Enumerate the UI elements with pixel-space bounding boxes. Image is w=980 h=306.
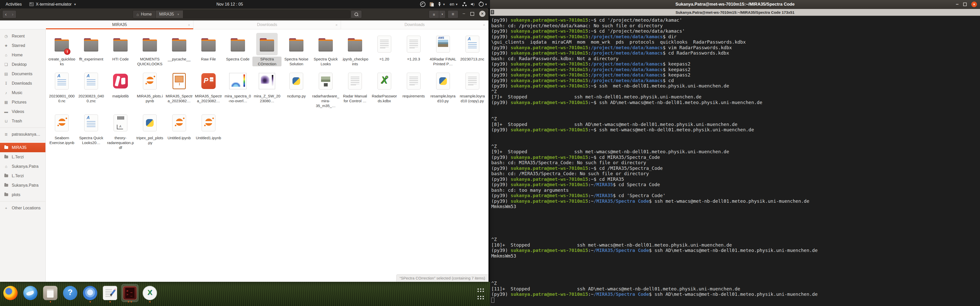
breadcrumb-current[interactable]: MIRA35 ▼ bbox=[156, 11, 183, 18]
file-item[interactable]: theory-radarequation.pdf bbox=[106, 112, 135, 150]
hamburger-menu-button[interactable]: ≡ bbox=[448, 10, 458, 18]
sidebar-item-recent[interactable]: ◷Recent bbox=[0, 32, 45, 41]
tab-close-icon[interactable]: × bbox=[335, 23, 338, 27]
file-item[interactable]: Spectra Code bbox=[223, 33, 252, 66]
file-item[interactable]: mira_Z_SW_2023080… bbox=[252, 70, 282, 108]
sidebar-item-music[interactable]: ♪Music bbox=[0, 88, 45, 97]
sidebar-item-videos[interactable]: ▬Videos bbox=[0, 107, 45, 116]
dock-firefox[interactable] bbox=[2, 284, 19, 302]
sidebar-item-documents[interactable]: ▤Documents bbox=[0, 69, 45, 79]
dock-web-browser[interactable] bbox=[82, 284, 99, 302]
folder-file-icon: ! bbox=[51, 33, 73, 55]
close-button[interactable]: × bbox=[971, 2, 977, 7]
file-item[interactable]: mira_spectra_0-no-overl… bbox=[223, 70, 252, 108]
file-item[interactable]: Spectra Noise Solution bbox=[282, 33, 311, 66]
sidebar-item-sukanya-patra[interactable]: Sukanya.Patra bbox=[0, 181, 45, 190]
file-item[interactable]: resampleJoyrad10 (copy).py bbox=[458, 70, 487, 108]
minimize-button[interactable]: − bbox=[463, 13, 465, 15]
sidebar-item-l-terzi[interactable]: L.Terzi bbox=[0, 171, 45, 181]
view-options-button[interactable]: ▼ bbox=[439, 11, 445, 18]
tab-downloads[interactable]: Downloads× bbox=[193, 21, 341, 29]
file-item[interactable]: matplotlib bbox=[106, 70, 135, 108]
list-view-button[interactable]: ≡ bbox=[429, 11, 439, 18]
sidebar-item-trash[interactable]: ⊔Trash bbox=[0, 116, 45, 126]
tab-downloads[interactable]: Downloads× bbox=[341, 21, 488, 29]
maximize-button[interactable] bbox=[470, 12, 474, 16]
file-item[interactable]: .ipynb_checkpoints bbox=[340, 33, 370, 66]
terminal-tab-label[interactable]: Sukanya.Patra@met-ws-7010m15:~/MIRA35/Sp… bbox=[676, 10, 794, 14]
sidebar-item-home[interactable]: ⌂Home bbox=[0, 50, 45, 60]
focused-app-menu[interactable]: X-terminal-emulator ▼ bbox=[29, 2, 76, 6]
tab-close-icon[interactable]: × bbox=[483, 23, 485, 27]
input-language-menu[interactable]: en▼ bbox=[450, 2, 458, 6]
sidebar-item-other-locations[interactable]: +Other Locations bbox=[0, 203, 45, 212]
dock-x2go[interactable] bbox=[142, 284, 158, 302]
file-item[interactable]: =1.20 bbox=[370, 33, 399, 66]
close-button[interactable]: × bbox=[479, 11, 485, 17]
file-item[interactable]: SPectra COrrection bbox=[252, 33, 282, 66]
file-item[interactable]: MIRA35_Spectra_2023082… bbox=[194, 70, 223, 108]
file-item[interactable]: 20230801_0000.nc bbox=[47, 70, 76, 108]
dock-terminal[interactable] bbox=[121, 284, 138, 302]
file-item[interactable]: tripex_pol_plots.py bbox=[135, 112, 165, 150]
forward-button[interactable]: › bbox=[9, 10, 16, 18]
file-item[interactable]: resampleJoyrad10.py bbox=[428, 70, 458, 108]
back-button[interactable]: ‹ bbox=[2, 10, 10, 18]
file-item[interactable]: radarhardware_mira-35_m35_… bbox=[311, 70, 340, 108]
dock-help[interactable] bbox=[62, 284, 79, 302]
file-item[interactable]: MIRA35_Spectra_2023082… bbox=[164, 70, 194, 108]
tab-mira35[interactable]: MIRA35× bbox=[46, 21, 193, 29]
file-item[interactable]: MIRA35_plots.ipynb bbox=[135, 70, 165, 108]
file-item[interactable]: RadarPasswords.kdbx bbox=[370, 70, 399, 108]
terminal-line: [10]+ Stopped ssh met-wmacs@met-nb-dell0… bbox=[491, 242, 980, 248]
network-indicator[interactable] bbox=[463, 2, 466, 6]
sidebar-item-downloads[interactable]: ↧Downloads bbox=[0, 79, 45, 88]
file-item[interactable]: Spectra Quick Looks20… bbox=[76, 112, 106, 150]
screencast-status-button[interactable] bbox=[420, 2, 425, 7]
file-item[interactable]: Radar Manual for Control … bbox=[340, 70, 370, 108]
file-item[interactable]: MOMENTS QUICKLOOKS bbox=[135, 33, 165, 66]
maximize-button[interactable] bbox=[963, 3, 967, 6]
system-menu[interactable]: ▼ bbox=[479, 2, 487, 6]
file-item[interactable]: __pycache__ bbox=[164, 33, 194, 66]
sidebar-item-starred[interactable]: ★Starred bbox=[0, 41, 45, 50]
file-item[interactable]: fft_experiment bbox=[76, 33, 106, 66]
file-item[interactable]: 20230823_0400.znc bbox=[76, 70, 106, 108]
dock-files[interactable] bbox=[42, 284, 59, 302]
terminal-line bbox=[491, 264, 980, 270]
clipboard-indicator-button[interactable] bbox=[430, 2, 433, 6]
terminal-output[interactable]: (py39) sukanya.patra@met-ws-7010m15:~$ c… bbox=[490, 16, 980, 305]
sidebar-item-pictures[interactable]: ▦Pictures bbox=[0, 97, 45, 107]
file-item[interactable]: Seaborn Exercise.ipynb bbox=[47, 112, 76, 150]
accessibility-menu[interactable]: ▼ bbox=[438, 2, 445, 6]
file-item[interactable]: 40Radar FINAL Printed P… bbox=[428, 33, 458, 66]
minimize-button[interactable]: − bbox=[956, 3, 959, 5]
tab-close-icon[interactable]: × bbox=[188, 23, 190, 27]
sidebar-item-mira35[interactable]: MIRA35 bbox=[0, 143, 45, 152]
sidebar-item-plots[interactable]: plots bbox=[0, 190, 45, 200]
file-item[interactable]: requirements bbox=[399, 70, 428, 108]
search-button[interactable] bbox=[351, 10, 362, 18]
file-item[interactable]: =1.20.3 bbox=[399, 33, 428, 66]
file-item[interactable]: Untitled1.ipynb bbox=[194, 112, 223, 150]
activities-button[interactable]: Activities bbox=[5, 2, 23, 7]
file-item[interactable]: Untitled.ipynb bbox=[164, 112, 194, 150]
file-item[interactable]: 20230713.znc bbox=[458, 33, 487, 66]
volume-indicator[interactable]: ) bbox=[471, 2, 474, 6]
dock-text-editor[interactable] bbox=[102, 284, 118, 302]
file-item[interactable]: ncdump.py bbox=[282, 70, 311, 108]
sidebar-item-desktop[interactable]: ❏Desktop bbox=[0, 60, 45, 69]
file-item[interactable]: HTI Code bbox=[106, 33, 135, 66]
dock-thunderbird[interactable] bbox=[22, 284, 39, 302]
sidebar-item-sukanya-patra[interactable]: ⌂Sukanya.Patra bbox=[0, 162, 45, 171]
terminal-line: (py39) sukanya.patra@met-ws-7010m15:~/MI… bbox=[491, 193, 980, 198]
file-item[interactable]: Spectra Quick Looks bbox=[311, 33, 340, 66]
show-applications-button[interactable] bbox=[477, 289, 484, 300]
breadcrumb-home[interactable]: ⌂ Home bbox=[133, 11, 156, 18]
file-item[interactable]: Raw File bbox=[194, 33, 223, 66]
terminal-line bbox=[491, 215, 980, 220]
sidebar-item-l-terzi[interactable]: L.Terzi bbox=[0, 152, 45, 162]
sidebar-item-label: plots bbox=[12, 192, 21, 197]
sidebar-item-patrasukanya[interactable]: ≣patrasukanya… bbox=[0, 130, 45, 139]
file-item[interactable]: !create_quicklooks bbox=[47, 33, 76, 66]
